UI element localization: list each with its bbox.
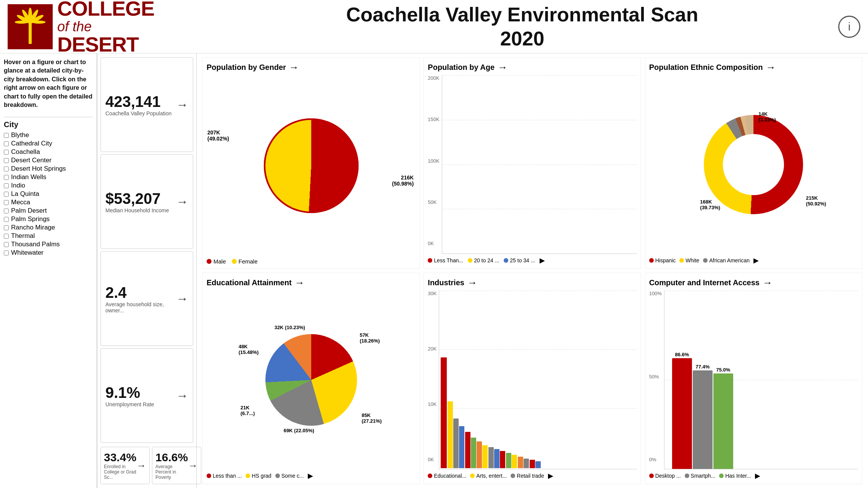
legend-female: Female [232,258,258,265]
metric-unemployment[interactable]: 9.1% Unemployment Rate → [100,348,193,443]
city-item-desert-hot-springs[interactable]: Desert Hot Springs [4,165,93,173]
chart-education-title: Educational Attainment [207,278,292,287]
palm-logo-icon [15,8,45,46]
age-y-150: 150K [428,116,439,122]
edu-label-32k: 32K (10.23%) [275,325,305,330]
logo-area: COLLEGE of the DESERT [8,0,206,55]
legend-ind-2: Arts, entert... [470,473,507,479]
college-arrow-icon[interactable]: → [136,460,146,472]
income-label: Median Household Income [105,207,169,213]
chart-gender-title: Population by Gender [207,63,286,72]
legend-ethnic-more-icon[interactable]: ▶ [753,256,759,265]
metric-household-size[interactable]: 2.4 Average household size, owner... → [100,251,193,346]
legend-inet-3: Has Inter... [719,473,751,479]
unemployment-label: Unemployment Rate [105,401,154,407]
unemployment-arrow-icon[interactable]: → [176,389,188,403]
city-item-thousand-palms[interactable]: Thousand Palms [4,241,93,248]
legend-age-2: 20 to 24 ... [468,257,499,263]
ethnic-small-label: 14K(3.33%) [758,111,776,123]
legend-edu-more-icon[interactable]: ▶ [308,472,313,480]
chart-age: Population by Age → 0K 50K 100K 150K 200… [423,57,641,269]
edu-label-85k: 85K(27.21%) [362,412,382,424]
city-item-desert-center[interactable]: Desert Center [4,157,93,164]
metric-college[interactable]: 33.4% Enrolled in College or Grad Sc... … [100,447,150,484]
city-item-whitewater[interactable]: Whitewater [4,249,93,257]
inet-y-50: 50% [649,374,662,380]
city-item-palm-desert[interactable]: Palm Desert [4,207,93,215]
city-item-palm-springs[interactable]: Palm Springs [4,215,93,223]
metric-population[interactable]: 423,141 Coachella Valley Population → [100,57,193,152]
city-item-cathedral-city[interactable]: Cathedral City [4,140,93,147]
ind-bar-edu-red [441,357,447,468]
city-item-mecca[interactable]: Mecca [4,199,93,206]
college-value: 33.4% [104,451,136,464]
instruction-text: Hover on a figure or chart to glance at … [4,58,93,109]
chart-industries: Industries → 0K 10K 20K 30K [423,273,641,484]
chart-education-arrow-icon[interactable]: → [295,277,305,289]
age-y-50: 50K [428,199,439,205]
charts-area: Population by Gender → [197,53,868,488]
legend-inet-2: Smartph... [685,473,716,479]
legend-age-1: Less Than... [428,257,463,263]
chart-ethnic-arrow-icon[interactable]: → [766,61,776,73]
chart-gender: Population by Gender → [202,57,420,269]
chart-age-title: Population by Age [428,63,495,72]
legend-edu-1: Less than ... [207,473,242,479]
chart-industries-arrow-icon[interactable]: → [467,277,477,289]
legend-white: White [679,257,699,263]
city-item-indio[interactable]: Indio [4,182,93,189]
city-item-la-quinta[interactable]: La Quinta [4,190,93,198]
svg-point-7 [32,21,45,24]
city-filter-label: City [4,120,93,129]
legend-male: Male [207,258,226,265]
metrics-column: 423,141 Coachella Valley Population → $5… [97,53,197,488]
sidebar: Hover on a figure or chart to glance at … [0,53,97,488]
city-item-thermal[interactable]: Thermal [4,232,93,240]
info-icon[interactable]: i [838,16,860,38]
legend-african-american: African American [703,257,750,263]
metric-income[interactable]: $53,207 Median Household Income → [100,154,193,249]
metric-poverty[interactable]: 16.6% Average Percent in Poverty → [152,447,201,484]
college-label: Enrolled in College or Grad Sc... [104,464,136,480]
legend-hispanic: Hispanic [649,257,676,263]
chart-industries-title: Industries [428,278,464,287]
household-value: 2.4 [105,284,176,301]
inet-y-0: 0% [649,457,662,462]
household-arrow-icon[interactable]: → [176,292,188,306]
legend-age-more-icon[interactable]: ▶ [540,256,545,265]
income-value: $53,207 [105,190,169,207]
chart-ethnic: Population Ethnic Composition → 14K(3.33… [645,57,862,269]
city-item-coachella[interactable]: Coachella [4,148,93,156]
inet-y-100: 100% [649,291,662,296]
legend-ind-more-icon[interactable]: ▶ [548,472,553,480]
legend-inet-more-icon[interactable]: ▶ [755,472,760,480]
unemployment-value: 9.1% [105,384,154,401]
gender-female-label: 207K (49.02%) [207,129,229,142]
legend-edu-3: Some c... [275,473,304,479]
city-item-rancho-mirage[interactable]: Rancho Mirage [4,224,93,231]
edu-label-69k: 69K (22.05%) [284,428,314,433]
city-item-indian-wells[interactable]: Indian Wells [4,173,93,181]
ind-y-10: 10K [428,401,436,407]
age-y-200: 200K [428,75,439,81]
chart-gender-arrow-icon[interactable]: → [289,61,299,73]
edu-label-48k: 48K(15.48%) [239,344,259,355]
logo-box [8,4,53,49]
population-value: 423,141 [105,93,171,110]
poverty-label: Average Percent in Poverty [155,464,188,480]
population-label: Coachella Valley Population [105,110,171,116]
income-arrow-icon[interactable]: → [176,195,188,209]
inet-bar-desktop [672,358,692,469]
chart-internet-arrow-icon[interactable]: → [763,277,773,289]
inet-val-77: 77.4% [695,364,710,370]
population-arrow-icon[interactable]: → [176,98,188,112]
city-item-blythe[interactable]: Blythe [4,131,93,139]
legend-edu-2: HS grad [246,473,271,479]
chart-age-arrow-icon[interactable]: → [498,61,508,73]
inet-bar-smartphone [693,370,713,469]
ind-y-0: 0K [428,457,436,462]
svg-rect-0 [29,23,32,44]
ethnic-white-label: 168K(39.73%) [700,199,720,210]
chart-internet-title: Computer and Internet Access [649,278,760,287]
gender-male-label: 216K (50.98%) [392,175,414,187]
